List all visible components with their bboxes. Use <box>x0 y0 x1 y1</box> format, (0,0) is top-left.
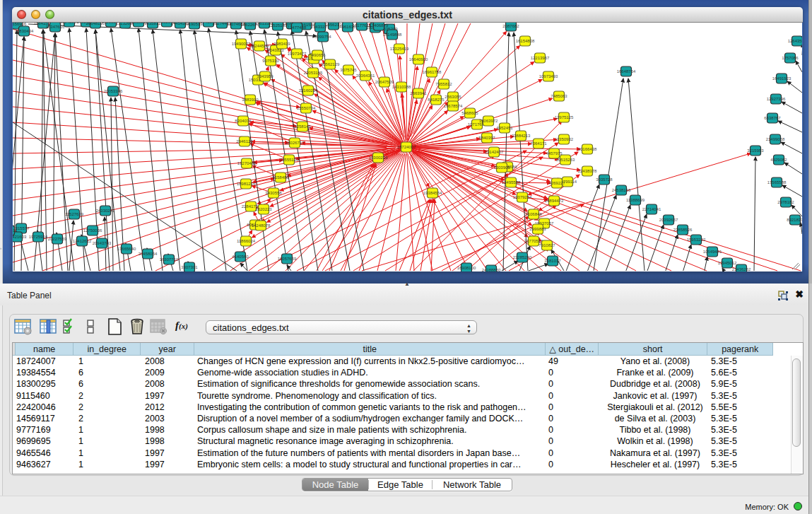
svg-text:3035728: 3035728 <box>596 177 613 182</box>
svg-text:4457975: 4457975 <box>546 151 563 156</box>
svg-text:2663941: 2663941 <box>410 91 427 95</box>
svg-text:23421603: 23421603 <box>13 235 27 239</box>
svg-text:19384554: 19384554 <box>423 191 442 195</box>
svg-text:3075745: 3075745 <box>340 68 357 72</box>
svg-text:3307301: 3307301 <box>181 265 198 269</box>
svg-text:21499058: 21499058 <box>766 137 785 141</box>
svg-text:20053346: 20053346 <box>104 89 123 93</box>
svg-text:16908100: 16908100 <box>457 266 476 270</box>
svg-text:12213967: 12213967 <box>531 56 550 60</box>
svg-text:23884213: 23884213 <box>512 134 531 138</box>
svg-text:4929082: 4929082 <box>770 158 787 162</box>
svg-text:23285250: 23285250 <box>513 255 532 259</box>
svg-text:11866024: 11866024 <box>237 239 256 243</box>
svg-text:3883910: 3883910 <box>242 98 259 102</box>
svg-text:10549441: 10549441 <box>703 250 722 254</box>
svg-text:14248078: 14248078 <box>252 223 271 228</box>
svg-text:3215953: 3215953 <box>747 148 764 153</box>
svg-text:15300233: 15300233 <box>369 156 388 160</box>
svg-text:9075310: 9075310 <box>262 59 279 63</box>
svg-text:15244500: 15244500 <box>250 44 269 48</box>
svg-text:8204075: 8204075 <box>235 119 252 123</box>
svg-text:16961758: 16961758 <box>423 70 442 74</box>
svg-text:8418275: 8418275 <box>428 98 445 102</box>
svg-text:17406879: 17406879 <box>370 23 389 28</box>
svg-text:18981216: 18981216 <box>237 182 256 186</box>
svg-text:5468605: 5468605 <box>461 111 478 115</box>
svg-text:20647509: 20647509 <box>375 80 394 84</box>
svg-text:20458054: 20458054 <box>139 252 158 256</box>
svg-text:3604511: 3604511 <box>13 228 18 233</box>
svg-text:15063972: 15063972 <box>479 119 498 123</box>
svg-text:1757086: 1757086 <box>782 56 799 60</box>
svg-text:13495588: 13495588 <box>502 180 521 185</box>
svg-text:3106848: 3106848 <box>525 212 542 216</box>
svg-text:2946120: 2946120 <box>236 139 253 144</box>
svg-text:16491923: 16491923 <box>772 76 792 81</box>
svg-text:11350932: 11350932 <box>555 137 574 141</box>
svg-text:15953222: 15953222 <box>687 238 706 242</box>
svg-text:19379254: 19379254 <box>513 195 532 199</box>
svg-text:3430558: 3430558 <box>265 191 282 195</box>
svg-text:7910827: 7910827 <box>539 243 555 247</box>
svg-text:7955812: 7955812 <box>435 82 452 86</box>
svg-text:19678574: 19678574 <box>444 104 463 108</box>
svg-text:12477488: 12477488 <box>288 25 307 30</box>
svg-text:23436262: 23436262 <box>732 267 751 271</box>
svg-text:23830434: 23830434 <box>15 29 34 33</box>
svg-text:12927396: 12927396 <box>767 97 786 101</box>
svg-text:18724007: 18724007 <box>397 145 416 149</box>
svg-text:8490656: 8490656 <box>309 53 326 57</box>
svg-text:7485063: 7485063 <box>551 94 567 98</box>
svg-text:19725914: 19725914 <box>29 235 48 239</box>
svg-text:15550734: 15550734 <box>297 106 316 110</box>
svg-text:17665640: 17665640 <box>117 247 136 251</box>
svg-text:13270483: 13270483 <box>237 161 257 165</box>
svg-text:13945012: 13945012 <box>718 261 737 265</box>
svg-text:17565588: 17565588 <box>767 180 787 185</box>
svg-text:16307710: 16307710 <box>160 257 179 262</box>
svg-text:2620223: 2620223 <box>255 207 272 211</box>
svg-text:4269227: 4269227 <box>548 181 565 185</box>
svg-text:14310388: 14310388 <box>392 85 411 89</box>
svg-text:12750036: 12750036 <box>83 228 102 233</box>
svg-text:20227559: 20227559 <box>48 237 67 241</box>
svg-text:20943743: 20943743 <box>93 241 112 245</box>
svg-text:22053165: 22053165 <box>304 71 323 75</box>
svg-text:15347616: 15347616 <box>46 25 65 29</box>
svg-text:3181037: 3181037 <box>544 259 561 263</box>
svg-text:23858526: 23858526 <box>673 228 693 232</box>
svg-text:24894472: 24894472 <box>545 199 564 203</box>
svg-text:24388850: 24388850 <box>482 268 501 271</box>
svg-text:6099754: 6099754 <box>314 35 331 39</box>
svg-text:20166438: 20166438 <box>578 147 597 151</box>
svg-text:13325419: 13325419 <box>390 47 409 51</box>
svg-text:7303905: 7303905 <box>493 165 510 170</box>
svg-text:2258145: 2258145 <box>294 124 311 129</box>
svg-text:18026717: 18026717 <box>286 141 305 145</box>
svg-text:8321837: 8321837 <box>787 218 802 222</box>
svg-text:12412612: 12412612 <box>73 239 92 243</box>
svg-text:2983419: 2983419 <box>273 42 290 46</box>
svg-text:19973477: 19973477 <box>288 52 307 56</box>
svg-text:2978182: 2978182 <box>777 200 794 204</box>
svg-text:4158480: 4158480 <box>272 175 289 180</box>
svg-text:2087682: 2087682 <box>502 24 519 28</box>
svg-text:5840397: 5840397 <box>478 136 495 140</box>
svg-text:20555120: 20555120 <box>280 158 299 162</box>
svg-text:7064171: 7064171 <box>530 141 547 146</box>
svg-text:22438378: 22438378 <box>578 169 597 173</box>
svg-text:16648764: 16648764 <box>617 69 636 74</box>
svg-text:19490077: 19490077 <box>232 42 251 46</box>
svg-text:17656906: 17656906 <box>13 23 27 26</box>
svg-text:3343959: 3343959 <box>257 74 273 78</box>
svg-text:16154808: 16154808 <box>516 39 535 43</box>
svg-text:2563055: 2563055 <box>445 95 461 99</box>
svg-text:11388699: 11388699 <box>626 198 645 202</box>
svg-text:16640910: 16640910 <box>409 57 428 62</box>
svg-text:22714041: 22714041 <box>642 207 661 211</box>
svg-text:20392657: 20392657 <box>659 218 678 222</box>
svg-text:12643564: 12643564 <box>788 39 802 43</box>
svg-text:22160294: 22160294 <box>299 88 318 93</box>
svg-text:12975125: 12975125 <box>555 115 574 119</box>
